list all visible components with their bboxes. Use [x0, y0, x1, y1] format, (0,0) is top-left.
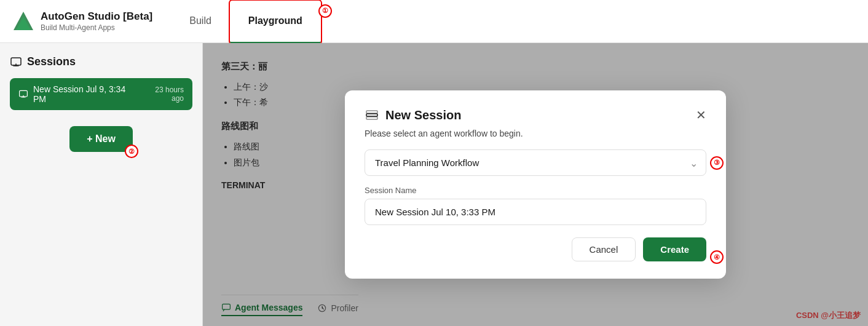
content-area: 第三天：丽 上午：沙 下午：希 路线图和 路线图 图片包 TERMINAT Ag… — [203, 43, 868, 326]
app-title: AutoGen Studio [Beta] — [41, 10, 152, 23]
session-icon — [18, 89, 28, 99]
cancel-button[interactable]: Cancel — [572, 237, 636, 261]
layers-icon — [365, 108, 379, 122]
sessions-title: Sessions — [10, 55, 192, 68]
app-subtitle: Build Multi-Agent Apps — [41, 23, 152, 32]
session-time: 23 hours ago — [141, 85, 184, 103]
badge-2: ② — [125, 145, 138, 158]
workflow-select[interactable]: Travel Planning Workflow — [365, 149, 706, 176]
session-name-input[interactable] — [365, 199, 706, 225]
badge-1: ① — [318, 4, 332, 18]
tab-build[interactable]: Build — [171, 1, 230, 44]
modal-close-button[interactable]: ✕ — [696, 109, 706, 121]
badge-4: ④ — [710, 250, 724, 264]
svg-rect-8 — [366, 117, 377, 119]
session-item[interactable]: New Session Jul 9, 3:34 PM 23 hours ago — [10, 78, 192, 110]
modal-subtitle: Please select an agent workflow to begin… — [365, 129, 706, 138]
svg-rect-7 — [366, 111, 377, 113]
create-button[interactable]: Create — [643, 237, 706, 261]
badge-3: ③ — [710, 156, 724, 170]
session-name: New Session Jul 9, 3:34 PM — [33, 84, 141, 104]
new-session-modal: New Session ✕ Please select an agent wor… — [345, 90, 726, 279]
svg-rect-6 — [366, 114, 377, 116]
session-name-label: Session Name — [365, 186, 706, 195]
app-logo — [12, 10, 34, 33]
modal-title: New Session — [365, 108, 461, 122]
sessions-icon — [10, 56, 22, 68]
sidebar: Sessions New Session Jul 9, 3:34 PM 23 h… — [0, 43, 203, 326]
modal-overlay: New Session ✕ Please select an agent wor… — [203, 43, 868, 326]
modal-footer: Cancel Create ④ — [365, 237, 706, 261]
tab-playground[interactable]: Playground ① — [230, 1, 321, 44]
session-name-form-group: Session Name — [365, 186, 706, 225]
new-session-button[interactable]: + New — [69, 126, 133, 152]
workflow-form-group: Travel Planning Workflow ⌄ ③ — [365, 149, 706, 176]
